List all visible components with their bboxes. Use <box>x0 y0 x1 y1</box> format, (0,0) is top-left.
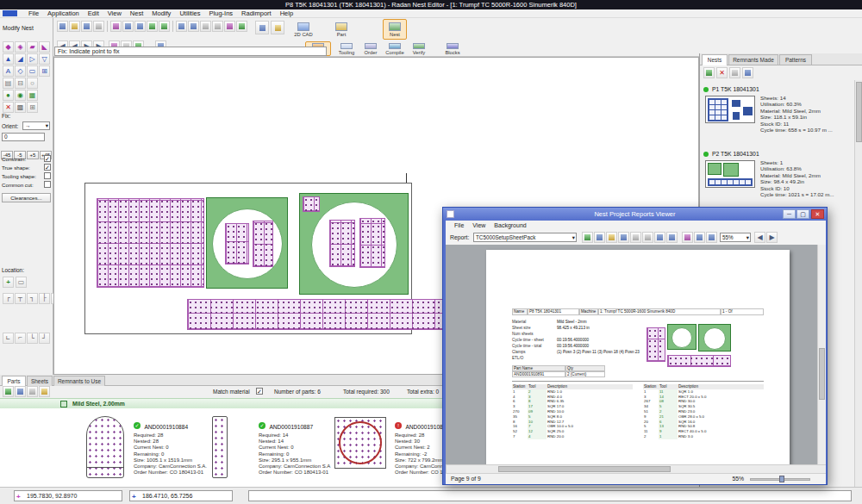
align-icon[interactable]: ┐ <box>27 293 38 304</box>
open-icon[interactable] <box>69 21 80 32</box>
menu-item[interactable]: View <box>468 221 490 230</box>
origin-icon[interactable]: + <box>3 277 14 288</box>
checkbox[interactable]: ✓ <box>44 155 51 162</box>
refresh-icon[interactable] <box>27 386 38 397</box>
nest-list-item[interactable]: P2 T5K 18041301 Sheets: 1Utilisation: 63… <box>702 151 853 215</box>
nested-parts-cluster[interactable] <box>97 198 204 288</box>
measure-icon[interactable] <box>224 21 235 32</box>
report-hscrollbar[interactable] <box>446 464 826 473</box>
clearances-button[interactable]: Clearances... <box>2 193 51 202</box>
corner-snap-icon[interactable]: ∟ <box>3 333 14 344</box>
export-icon[interactable] <box>654 232 665 243</box>
parts-grid-icon[interactable] <box>3 386 14 397</box>
table-icon[interactable] <box>255 21 269 34</box>
delete-icon[interactable]: ✕ <box>3 102 14 113</box>
menu-item[interactable]: Modify <box>147 9 175 18</box>
delete-nest-icon[interactable]: ✕ <box>716 67 728 78</box>
zoom-out-icon[interactable] <box>706 232 717 243</box>
save-icon[interactable] <box>81 21 92 32</box>
align-icon[interactable]: ┬ <box>15 293 26 304</box>
menu-item[interactable]: Application <box>43 9 84 18</box>
checkbox[interactable]: ✓ <box>44 164 51 171</box>
close-button[interactable]: ✕ <box>811 209 824 219</box>
blocks-button[interactable]: Blocks <box>441 41 464 56</box>
nest-tool-icon[interactable]: ⊞ <box>27 102 38 113</box>
minimize-button[interactable]: ─ <box>783 209 796 219</box>
tooling-button[interactable]: Tooling <box>334 41 359 56</box>
nested-parts-cluster[interactable] <box>187 299 460 330</box>
next-page-icon[interactable]: ▶ <box>766 232 778 243</box>
menu-item[interactable]: Utilities <box>175 9 204 18</box>
paste-icon[interactable] <box>134 21 146 32</box>
zoom-window-icon[interactable] <box>200 21 211 32</box>
menu-item[interactable]: Nest <box>126 9 147 18</box>
print-icon[interactable] <box>93 21 104 32</box>
tab-remnants-made[interactable]: Remnants Made <box>728 54 778 65</box>
new-nest-icon[interactable] <box>703 67 715 78</box>
print-nest-icon[interactable] <box>729 67 740 78</box>
menu-item[interactable]: File <box>450 221 468 230</box>
open-report-icon[interactable] <box>606 232 617 243</box>
checkbox[interactable] <box>44 172 51 179</box>
2d-cad-button[interactable]: 2D CAD <box>290 19 317 40</box>
scrollbar-thumb[interactable] <box>819 348 825 400</box>
orient-select[interactable]: → ▾ <box>22 121 50 130</box>
check-constrain[interactable]: Constrain: ✓ <box>0 155 53 164</box>
corner-snap-icon[interactable]: ⌐ <box>15 333 26 344</box>
zoom-in-icon[interactable] <box>694 232 705 243</box>
refresh-report-icon[interactable] <box>582 232 593 243</box>
zoom-out-icon[interactable] <box>188 21 199 32</box>
align-icon[interactable]: ┌ <box>3 293 14 304</box>
corner-snap-icon[interactable]: └ <box>27 333 38 344</box>
menu-item[interactable]: View <box>103 9 126 18</box>
reports-titlebar[interactable]: Nest Project Reports Viewer ─ ▢ ✕ <box>443 208 827 221</box>
copy-icon[interactable] <box>122 21 134 32</box>
menu-item[interactable]: Help <box>276 9 297 18</box>
email-icon[interactable] <box>666 232 678 243</box>
hand-pan-icon[interactable] <box>682 232 693 243</box>
corner-snap-icon[interactable]: ┘ <box>39 333 50 344</box>
order-button[interactable]: Order <box>360 41 381 56</box>
scrollbar-thumb[interactable] <box>498 466 671 472</box>
part-button[interactable]: Part <box>329 19 353 40</box>
undo-icon[interactable] <box>147 21 158 32</box>
tab-sheets[interactable]: Sheets <box>27 376 53 386</box>
report-icon[interactable] <box>742 67 753 78</box>
cut-icon[interactable] <box>110 21 122 32</box>
new-icon[interactable] <box>57 21 68 32</box>
zoom-slider-thumb[interactable] <box>779 476 784 482</box>
tab-remnants-to-use[interactable]: Remnants to Use <box>53 376 105 386</box>
checkbox[interactable] <box>44 181 51 188</box>
page-setup-icon[interactable] <box>642 232 653 243</box>
menu-item[interactable]: Background <box>490 221 530 230</box>
verify-button[interactable]: Verify <box>409 41 429 56</box>
remnant-sheet[interactable] <box>299 193 409 295</box>
part-list-item[interactable]: ✓ AND0001910887 Required: 14Nested: 14Cu… <box>259 417 333 476</box>
tab-parts[interactable]: Parts <box>2 376 26 386</box>
scrollbar-thumb[interactable] <box>856 82 862 142</box>
part-thumbnail[interactable] <box>82 414 130 482</box>
zoom-in-icon[interactable] <box>176 21 187 32</box>
report-vscrollbar[interactable] <box>817 245 826 465</box>
nest-tool-icon[interactable]: ⊞ <box>39 65 50 77</box>
filter-icon[interactable] <box>39 386 50 397</box>
tab-nests[interactable]: Nests <box>702 54 728 65</box>
remnant-sheet[interactable] <box>206 197 288 289</box>
prev-page-icon[interactable]: ◀ <box>754 232 765 243</box>
sheet-outline[interactable] <box>84 183 412 334</box>
check-true-shape[interactable]: True shape: ✓ <box>0 164 53 172</box>
report-document-area[interactable]: Name P8 T5K 18041301 Machine 1: Trumpf T… <box>446 245 826 473</box>
print-report-icon[interactable] <box>630 232 641 243</box>
check-common-cut[interactable]: Common cut: <box>0 181 53 190</box>
zoom-select[interactable]: 55% ▾ <box>720 233 751 242</box>
grid-icon[interactable] <box>271 21 284 34</box>
save-report-icon[interactable] <box>618 232 629 243</box>
menu-item[interactable]: Plug-Ins <box>205 9 238 18</box>
part-thumbnail[interactable] <box>209 414 232 482</box>
menu-item[interactable]: Radimport <box>237 9 276 18</box>
part-list-item[interactable]: ✓ AND0001910884 Required: 28Nested: 28Cu… <box>134 417 208 476</box>
compile-button[interactable]: Compile <box>383 41 407 56</box>
nest-list-item[interactable]: P1 T5K 18041301 Sheets: 14Utilisation: 6… <box>702 86 853 150</box>
sort-icon[interactable] <box>15 386 26 397</box>
layers-icon[interactable] <box>236 21 247 32</box>
